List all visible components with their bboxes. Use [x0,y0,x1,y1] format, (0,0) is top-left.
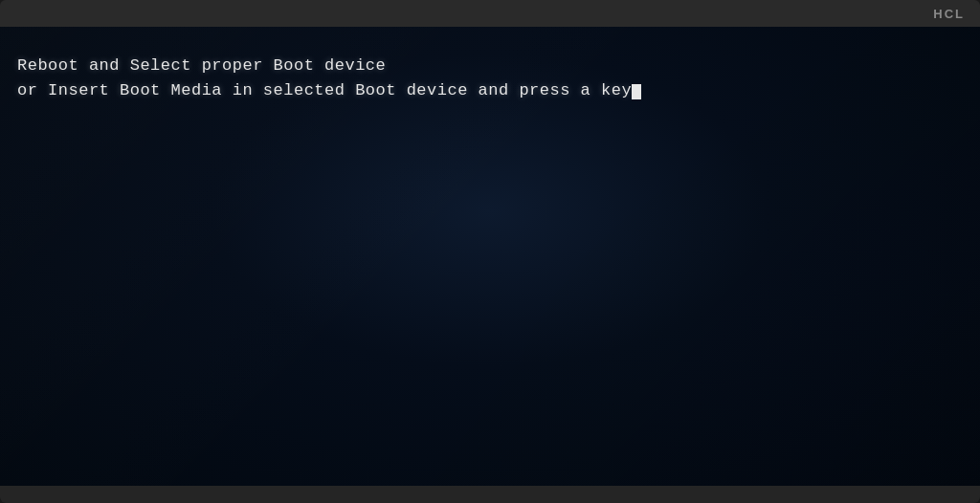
boot-text-container: Reboot and Select proper Boot device or … [17,54,963,102]
monitor-bottom-bar [0,486,980,503]
cursor-blink [632,84,641,99]
monitor-bezel: HCL Reboot and Select proper Boot device… [0,0,980,503]
screen: Reboot and Select proper Boot device or … [0,27,980,486]
brand-label: HCL [933,7,965,21]
monitor-top-bar: HCL [0,0,980,27]
boot-line-1: Reboot and Select proper Boot device [17,54,963,78]
boot-line-2: or Insert Boot Media in selected Boot de… [17,78,963,103]
